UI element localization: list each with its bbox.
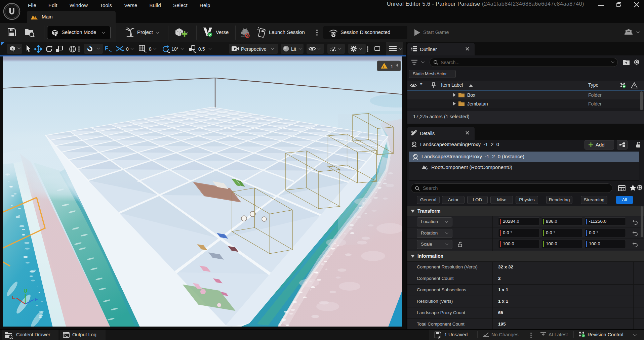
svg-text:F: F	[35, 297, 38, 302]
svg-text:!: !	[383, 65, 384, 69]
svg-text:C: C	[426, 168, 428, 171]
svg-text:U: U	[24, 288, 27, 294]
svg-text:F: F	[105, 46, 108, 51]
svg-text:1: 1	[391, 64, 393, 69]
svg-text:L: L	[12, 295, 15, 300]
